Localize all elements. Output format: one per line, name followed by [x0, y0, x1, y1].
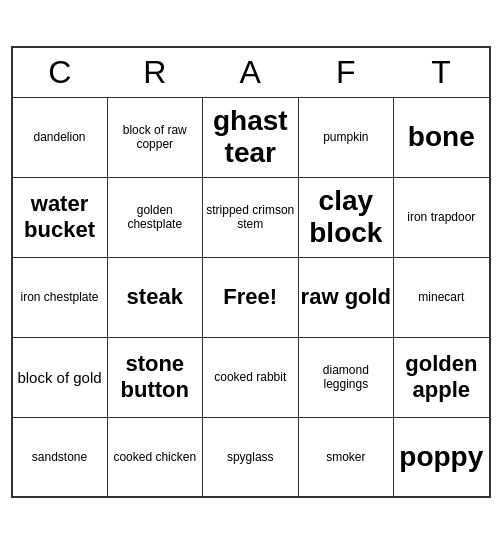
- table-cell: ghast tear: [202, 97, 298, 177]
- table-cell: raw gold: [298, 257, 394, 337]
- table-row: iron chestplatesteakFree!raw goldminecar…: [12, 257, 490, 337]
- table-cell: stone button: [107, 337, 202, 417]
- header-c: C: [12, 47, 108, 97]
- table-cell: sandstone: [12, 417, 108, 497]
- table-cell: minecart: [394, 257, 490, 337]
- table-row: water bucketgolden chestplatestripped cr…: [12, 177, 490, 257]
- header-row: C R A F T: [12, 47, 490, 97]
- table-cell: Free!: [202, 257, 298, 337]
- table-cell: smoker: [298, 417, 394, 497]
- table-cell: water bucket: [12, 177, 108, 257]
- table-cell: diamond leggings: [298, 337, 394, 417]
- table-cell: poppy: [394, 417, 490, 497]
- table-cell: cooked rabbit: [202, 337, 298, 417]
- table-cell: stripped crimson stem: [202, 177, 298, 257]
- table-row: block of goldstone buttoncooked rabbitdi…: [12, 337, 490, 417]
- table-cell: block of gold: [12, 337, 108, 417]
- header-r: R: [107, 47, 202, 97]
- table-cell: golden chestplate: [107, 177, 202, 257]
- table-cell: dandelion: [12, 97, 108, 177]
- table-cell: iron chestplate: [12, 257, 108, 337]
- header-f: F: [298, 47, 394, 97]
- header-a: A: [202, 47, 298, 97]
- table-cell: block of raw copper: [107, 97, 202, 177]
- table-cell: steak: [107, 257, 202, 337]
- table-cell: spyglass: [202, 417, 298, 497]
- header-t: T: [394, 47, 490, 97]
- bingo-body: dandelionblock of raw copperghast tearpu…: [12, 97, 490, 497]
- table-cell: clay block: [298, 177, 394, 257]
- table-cell: pumpkin: [298, 97, 394, 177]
- table-cell: cooked chicken: [107, 417, 202, 497]
- table-cell: bone: [394, 97, 490, 177]
- table-row: dandelionblock of raw copperghast tearpu…: [12, 97, 490, 177]
- table-row: sandstonecooked chickenspyglasssmokerpop…: [12, 417, 490, 497]
- bingo-card: C R A F T dandelionblock of raw coppergh…: [11, 46, 491, 498]
- table-cell: iron trapdoor: [394, 177, 490, 257]
- table-cell: golden apple: [394, 337, 490, 417]
